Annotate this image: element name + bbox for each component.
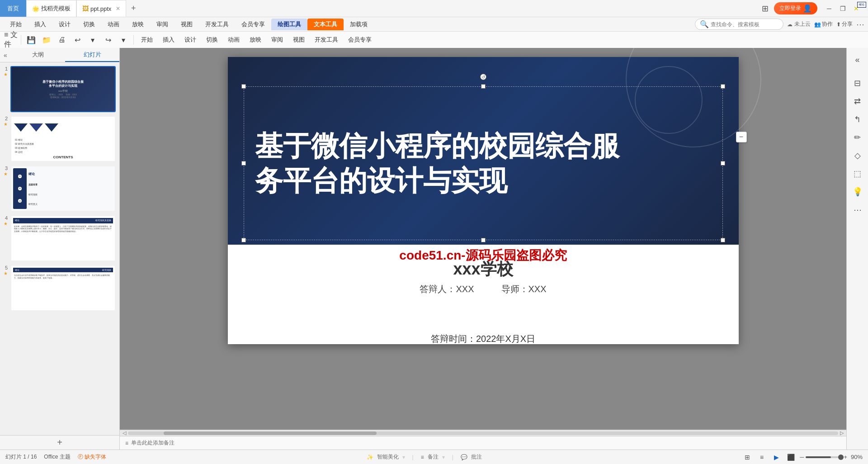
dev-tab-btn[interactable]: 开发工具 [310, 35, 343, 45]
normal-view-btn[interactable]: ⊞ [742, 452, 753, 463]
note-placeholder[interactable]: 单击此处添加备注 [131, 439, 175, 447]
register-button[interactable]: 立即登录 👤 [774, 2, 817, 14]
tab-outline[interactable]: 大纲 [11, 48, 65, 62]
author-label[interactable]: 答辩人：XXX [420, 283, 474, 295]
sidebar-shape-btn[interactable]: ◇ [849, 147, 866, 164]
handle-bottom-left[interactable] [241, 238, 246, 242]
sidebar-idea-btn[interactable]: 💡 [849, 184, 866, 200]
advisor-label[interactable]: 导师：XXX [501, 283, 547, 295]
slide-thumbnail-5[interactable]: 绪论 研究现状 当当在社会行业中使用移动客户端技术，提高当代地区的信息化能力，对… [10, 265, 116, 311]
tab-slideshow[interactable]: 放映 [126, 19, 150, 30]
file-close-icon[interactable]: ✕ [116, 5, 120, 12]
start-tab-btn[interactable]: 开始 [137, 35, 157, 45]
zoom-slider[interactable] [806, 456, 842, 458]
zoom-control[interactable]: ─ + 90% [800, 454, 863, 460]
reading-view-btn[interactable]: ⬛ [785, 452, 796, 463]
scroll-left-arrow[interactable]: ◁ [121, 430, 128, 436]
tab-slides[interactable]: 幻灯片 [65, 48, 119, 62]
open-button[interactable]: 📁 [39, 33, 54, 47]
handle-middle-right[interactable] [721, 161, 725, 166]
redo-button[interactable]: ↪ [101, 33, 115, 47]
tab-home[interactable]: 首页 [0, 0, 26, 17]
maximize-button[interactable]: ❐ [836, 3, 849, 14]
tab-member[interactable]: 会员专享 [235, 19, 271, 30]
canvas-scroll[interactable]: ↺ [120, 48, 846, 430]
switch-tab-btn[interactable]: 切换 [202, 35, 222, 45]
insert-tab-btn[interactable]: 插入 [158, 35, 179, 45]
tab-transition[interactable]: 切换 [77, 19, 101, 30]
defense-date[interactable]: 答辩时间：2022年X月X日 [431, 333, 535, 345]
tab-design[interactable]: 设计 [52, 19, 77, 30]
handle-top-right[interactable] [721, 84, 725, 89]
tab-animation[interactable]: 动画 [101, 19, 126, 30]
tab-file[interactable]: 🖼 ppt.pptx ✕ [76, 0, 126, 17]
animation-tab-btn[interactable]: 动画 [223, 35, 244, 45]
rotate-handle[interactable]: ↺ [480, 74, 486, 80]
main-title[interactable]: 基于微信小程序的校园综合服 务平台的设计与实现 [255, 128, 712, 199]
zoom-in-control[interactable]: + [844, 454, 847, 460]
sidebar-animation-btn[interactable]: ↰ [849, 111, 866, 128]
tab-insert[interactable]: 插入 [28, 19, 52, 30]
tab-text-tools[interactable]: 文本工具 [307, 19, 344, 30]
title-content: 基于微信小程序的校园综合服 务平台的设计与实现 [244, 86, 723, 240]
handle-top-left[interactable] [241, 84, 246, 89]
undo-dropdown[interactable]: ▾ [85, 33, 100, 47]
sidebar-property-btn[interactable]: ⊟ [849, 75, 866, 91]
zoom-level[interactable]: 90% [851, 454, 863, 460]
tab-drawing-tools[interactable]: 绘图工具 [271, 19, 307, 30]
sidebar-collapse-btn[interactable]: « [849, 52, 866, 68]
slide-thumb-3[interactable]: 3 ★ 01 02 03 绪论 选题背景 研究现状 [4, 166, 116, 212]
slide-thumb-2[interactable]: 2 ★ 01 绪论 02 研究方法及思路 03 延伸应用 [4, 116, 116, 162]
tab-view[interactable]: 视图 [175, 19, 199, 30]
new-tab-button[interactable]: + [126, 0, 141, 17]
scroll-right-arrow[interactable]: ▷ [838, 430, 845, 436]
zoom-slider-thumb[interactable] [838, 455, 844, 460]
handle-middle-left[interactable] [241, 161, 246, 166]
minimize-button[interactable]: ─ [823, 3, 835, 14]
search-input[interactable] [711, 21, 778, 28]
sidebar-layout-btn[interactable]: ⬚ [849, 166, 866, 182]
design-tab-btn[interactable]: 设计 [180, 35, 201, 45]
undo-button[interactable]: ↩ [70, 33, 85, 47]
tab-template[interactable]: 🌟 找稻壳模板 [26, 0, 76, 17]
collapse-panel-button[interactable]: « [0, 48, 11, 62]
scroll-thumb[interactable] [164, 431, 377, 435]
slide-thumbnail-4[interactable]: 绪论 研究现状及思路 近年来，全球互联网技术取得了一定的发展，在一定程度上，已经… [10, 215, 116, 261]
zoom-out-control[interactable]: ─ [800, 454, 804, 460]
sidebar-edit-btn[interactable]: ✏ [849, 129, 866, 146]
search-bar[interactable]: 🔍 [695, 19, 783, 30]
slide-thumb-4[interactable]: 4 ★ 绪论 研究现状及思路 近年来，全球互联网技术取得了一定的发展，在一定程度… [4, 215, 116, 261]
sidebar-format-btn[interactable]: ⇄ [849, 93, 866, 109]
tab-start[interactable]: 开始 [4, 19, 28, 30]
share-button[interactable]: ⬆ 分享 [836, 20, 853, 28]
title-text-box[interactable]: ↺ [244, 86, 723, 240]
member-tab-btn[interactable]: 会员专享 [344, 35, 376, 45]
save-button[interactable]: 💾 [24, 33, 38, 47]
slide-thumbnail-1[interactable]: 基于微信小程序的校园综合服务平台的设计与实现 xxx学校 答辩人：XXX 导师：… [10, 66, 116, 112]
slide-thumb-5[interactable]: 5 ★ 绪论 研究现状 当当在社会行业中使用移动客户端技术，提高当代地区的信息化… [4, 265, 116, 311]
outline-view-btn[interactable]: ≡ [756, 452, 767, 463]
collaborate-button[interactable]: 👥 协作 [814, 20, 833, 28]
add-slide-button[interactable]: + [0, 435, 119, 450]
more-options-button[interactable]: ⋯ [856, 19, 864, 29]
missing-font[interactable]: Ⓕ 缺失字体 [78, 453, 106, 461]
slide-show-btn[interactable]: ▶ [771, 452, 782, 463]
view-tab-btn[interactable]: 视图 [288, 35, 309, 45]
handle-top-center[interactable] [481, 84, 486, 89]
slide-thumb-1[interactable]: 1 ★ 基于微信小程序的校园综合服务平台的设计与实现 xxx学校 答辩人：XXX… [4, 66, 116, 112]
slide-thumbnail-2[interactable]: 01 绪论 02 研究方法及思路 03 延伸应用 04 总结 CONTENTS [10, 116, 116, 162]
zoom-out-button[interactable]: − [736, 132, 747, 142]
horizontal-scrollbar[interactable]: ◁ ▷ [120, 430, 846, 436]
handle-bottom-right[interactable] [721, 238, 725, 242]
tab-review[interactable]: 审阅 [150, 19, 175, 30]
review-tab-btn[interactable]: 审阅 [267, 35, 288, 45]
menu-button[interactable]: ≡ 文件 [4, 33, 18, 47]
tab-plugins[interactable]: 加载项 [344, 19, 374, 30]
tab-developer[interactable]: 开发工具 [199, 19, 235, 30]
redo-dropdown[interactable]: ▾ [116, 33, 131, 47]
play-tab-btn[interactable]: 放映 [245, 35, 266, 45]
handle-bottom-center[interactable] [481, 238, 486, 242]
print-button[interactable]: 🖨 [55, 33, 69, 47]
slide-thumbnail-3[interactable]: 01 02 03 绪论 选题背景 研究现状 研究意义 绪论 [10, 166, 116, 212]
sidebar-more-btn[interactable]: ⋯ [849, 202, 866, 218]
